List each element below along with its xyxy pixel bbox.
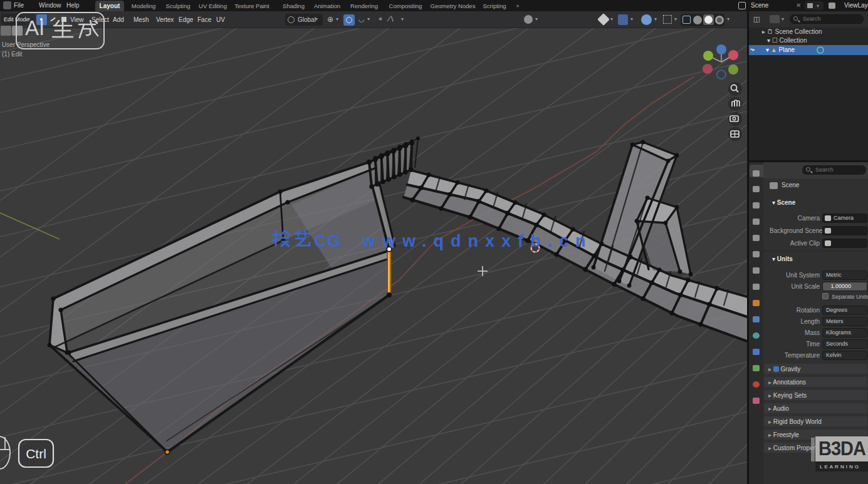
- svg-text:www.qdnxxfb.cn: www.qdnxxfb.cn: [362, 232, 593, 250]
- svg-text:(1) Edit: (1) Edit: [2, 51, 22, 58]
- svg-text:CG: CG: [314, 232, 342, 250]
- svg-text:Ctrl: Ctrl: [26, 446, 46, 461]
